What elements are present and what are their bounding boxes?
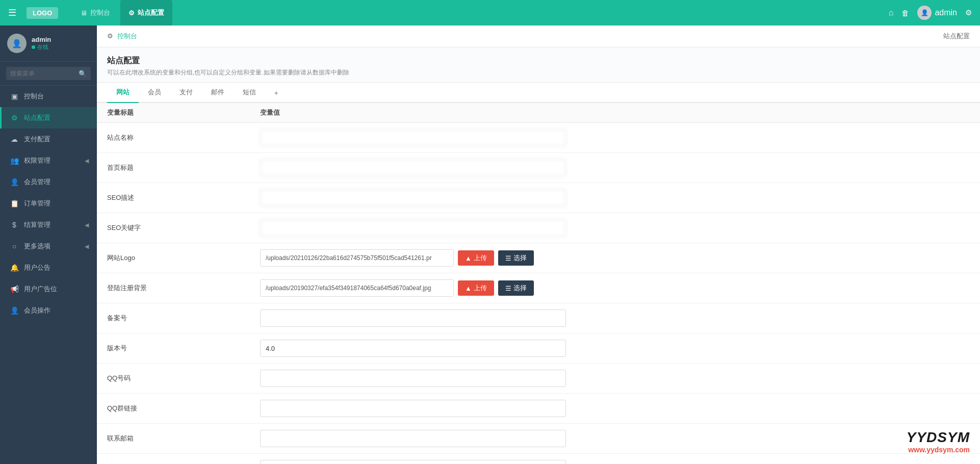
nav-tab-label-site-config: 站点配置 bbox=[138, 8, 164, 17]
home-icon[interactable]: ⌂ bbox=[889, 8, 894, 17]
sidebar-icon-more: ○ bbox=[10, 242, 19, 250]
input-site-name[interactable] bbox=[260, 129, 566, 146]
tab-sms[interactable]: 短信 bbox=[234, 83, 265, 103]
sidebar-icon-order: 📋 bbox=[10, 199, 19, 208]
input-email[interactable] bbox=[260, 430, 566, 447]
file-path-login-bg[interactable] bbox=[260, 279, 454, 297]
upload-icon-site-logo: ▲ bbox=[465, 254, 472, 262]
logo-text: LOGO bbox=[33, 9, 52, 17]
tab-add[interactable]: + bbox=[265, 84, 288, 103]
nav-tab-console[interactable]: 🖥控制台 bbox=[72, 0, 118, 25]
sidebar-item-console[interactable]: ▣ 控制台 bbox=[0, 86, 97, 107]
input-version[interactable] bbox=[260, 340, 566, 357]
nav-tab-site-config[interactable]: ⚙站点配置 bbox=[120, 0, 172, 25]
sidebar-user-info: admin 在线 bbox=[32, 36, 51, 51]
page-desc: 可以在此增改系统的变量和分组,也可以自定义分组和变量.如果需要删除请从数据库中删… bbox=[107, 68, 970, 77]
input-icp[interactable] bbox=[260, 310, 566, 327]
label-icp: 备案号 bbox=[107, 314, 260, 323]
settings-table: 变量标题 变量值 站点名称 首页标题 SEO描述 SEO关键字 网站Logo ▲… bbox=[97, 103, 980, 464]
breadcrumb-link[interactable]: 控制台 bbox=[117, 32, 137, 40]
tab-payment[interactable]: 支付 bbox=[170, 83, 202, 103]
value-site-name bbox=[260, 129, 970, 146]
sidebar-item-member-ops[interactable]: 👤 会员操作 bbox=[0, 300, 97, 321]
upload-button-login-bg[interactable]: ▲ 上传 bbox=[458, 280, 494, 296]
input-seo-desc[interactable] bbox=[260, 189, 566, 207]
sidebar-item-more[interactable]: ○ 更多选项 ◀ bbox=[0, 236, 97, 257]
tab-label-member: 会员 bbox=[148, 88, 161, 97]
value-qq bbox=[260, 370, 970, 387]
header-label: 变量标题 bbox=[107, 108, 260, 117]
value-qq-group bbox=[260, 400, 970, 417]
sidebar-icon-permission: 👥 bbox=[10, 157, 19, 165]
select-button-site-logo[interactable]: ☰ 选择 bbox=[498, 250, 534, 266]
tab-website[interactable]: 网站 bbox=[107, 83, 139, 103]
input-phone[interactable] bbox=[260, 460, 566, 464]
label-qq-group: QQ群链接 bbox=[107, 404, 260, 413]
upload-button-site-logo[interactable]: ▲ 上传 bbox=[458, 250, 494, 266]
tab-member[interactable]: 会员 bbox=[139, 83, 170, 103]
breadcrumb-icon: ⚙ bbox=[107, 32, 113, 40]
sidebar-icon-member: 👤 bbox=[10, 178, 19, 186]
nav-tabs: 🖥控制台⚙站点配置 bbox=[72, 0, 172, 25]
tab-email[interactable]: 邮件 bbox=[202, 83, 234, 103]
breadcrumb-current: 站点配置 bbox=[943, 32, 970, 41]
sidebar-item-member[interactable]: 👤 会员管理 bbox=[0, 171, 97, 193]
nav-logo: LOGO bbox=[27, 7, 58, 19]
page-header: 站点配置 可以在此增改系统的变量和分组,也可以自定义分组和变量.如果需要删除请从… bbox=[97, 47, 980, 83]
sidebar-item-payment-config[interactable]: ☁ 支付配置 bbox=[0, 128, 97, 150]
settings-row-email: 联系邮箱 bbox=[97, 424, 980, 454]
sidebar-label-more: 更多选项 bbox=[24, 242, 50, 251]
upload-label-site-logo: 上传 bbox=[474, 253, 487, 263]
settings-row-seo-desc: SEO描述 bbox=[97, 183, 980, 213]
sidebar-item-ad[interactable]: 📢 用户广告位 bbox=[0, 278, 97, 300]
admin-info: 👤 admin bbox=[917, 6, 957, 20]
label-version: 版本号 bbox=[107, 344, 260, 353]
sidebar-username: admin bbox=[32, 36, 51, 43]
top-nav-left: ☰ LOGO 🖥控制台⚙站点配置 bbox=[8, 0, 172, 25]
sidebar-item-permission[interactable]: 👥 权限管理 ◀ bbox=[0, 150, 97, 171]
select-icon-site-logo: ☰ bbox=[505, 254, 511, 262]
sidebar-item-settlement[interactable]: $ 结算管理 ◀ bbox=[0, 214, 97, 236]
value-seo-desc bbox=[260, 189, 970, 207]
sidebar-icon-notice: 🔔 bbox=[10, 264, 19, 272]
sidebar-user: 👤 admin 在线 bbox=[0, 25, 97, 62]
trash-icon[interactable]: 🗑 bbox=[901, 9, 909, 17]
nav-tab-icon-site-config: ⚙ bbox=[128, 9, 135, 17]
label-qq: QQ号码 bbox=[107, 374, 260, 383]
sidebar-item-order[interactable]: 📋 订单管理 bbox=[0, 193, 97, 214]
input-seo-keywords[interactable] bbox=[260, 219, 566, 237]
sidebar-item-site-config[interactable]: ⚙ 站点配置 bbox=[0, 107, 97, 128]
nav-tab-icon-console: 🖥 bbox=[81, 9, 87, 17]
file-path-site-logo[interactable] bbox=[260, 249, 454, 267]
settings-row-login-bg: 登陆注册背景 ▲ 上传 ☰ 选择 bbox=[97, 273, 980, 303]
admin-name: admin bbox=[935, 8, 957, 17]
breadcrumb-bar: ⚙ 控制台 站点配置 bbox=[97, 25, 980, 47]
settings-row-qq-group: QQ群链接 bbox=[97, 394, 980, 424]
hamburger-icon[interactable]: ☰ bbox=[8, 7, 16, 18]
page-title: 站点配置 bbox=[107, 56, 970, 66]
select-label-site-logo: 选择 bbox=[513, 253, 527, 263]
label-seo-desc: SEO描述 bbox=[107, 193, 260, 202]
select-button-login-bg[interactable]: ☰ 选择 bbox=[498, 280, 534, 296]
sidebar-label-payment-config: 支付配置 bbox=[24, 135, 50, 144]
breadcrumb: ⚙ 控制台 bbox=[107, 32, 137, 41]
search-wrap: 🔍 bbox=[6, 67, 91, 80]
search-input[interactable] bbox=[6, 67, 91, 80]
sidebar-arrow-settlement: ◀ bbox=[85, 222, 89, 228]
label-site-logo: 网站Logo bbox=[107, 253, 260, 263]
settings-icon[interactable]: ⚙ bbox=[965, 8, 972, 17]
tab-label-website: 网站 bbox=[116, 88, 130, 97]
settings-row-icp: 备案号 bbox=[97, 303, 980, 333]
settings-rows: 站点名称 首页标题 SEO描述 SEO关键字 网站Logo ▲ 上传 ☰ 选择 … bbox=[97, 123, 980, 464]
main-layout: 👤 admin 在线 🔍 ▣ 控制台 ⚙ 站点配置 ☁ 支付配置 bbox=[0, 25, 980, 464]
input-qq-group[interactable] bbox=[260, 400, 566, 417]
label-email: 联系邮箱 bbox=[107, 434, 260, 443]
value-site-logo: ▲ 上传 ☰ 选择 bbox=[260, 249, 970, 267]
table-header: 变量标题 变量值 bbox=[97, 103, 980, 123]
select-icon-login-bg: ☰ bbox=[505, 285, 511, 292]
upload-icon-login-bg: ▲ bbox=[465, 285, 472, 292]
input-qq[interactable] bbox=[260, 370, 566, 387]
input-home-title[interactable] bbox=[260, 159, 566, 176]
sidebar-icon-settlement: $ bbox=[10, 221, 19, 229]
sidebar-item-notice[interactable]: 🔔 用户公告 bbox=[0, 257, 97, 278]
